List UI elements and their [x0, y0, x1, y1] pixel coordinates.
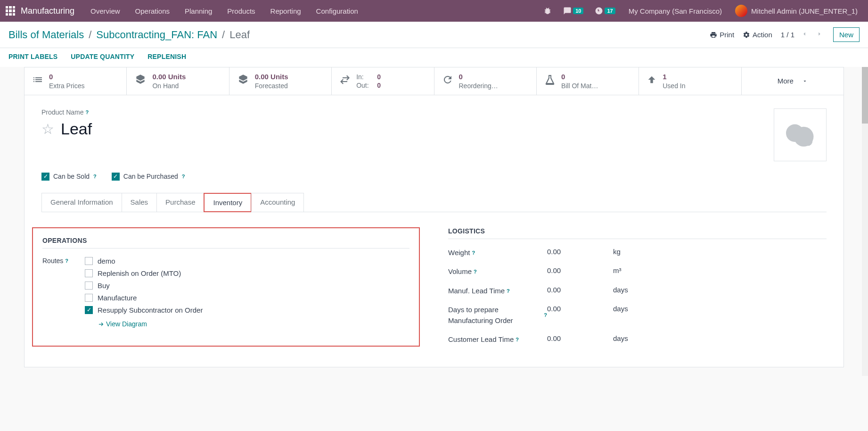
app-title[interactable]: Manufacturing: [21, 6, 74, 16]
logistics-row: Volume?0.00m³: [448, 266, 827, 277]
route-item[interactable]: ✓Resupply Subcontractor on Order: [85, 306, 203, 314]
arrow-up-icon: [647, 75, 657, 88]
pager: 1 / 1: [781, 29, 825, 41]
logistics-value[interactable]: 0.00: [547, 305, 613, 313]
view-diagram-link[interactable]: View Diagram: [98, 320, 203, 328]
company-selector[interactable]: My Company (San Francisco): [622, 7, 729, 15]
debug-icon[interactable]: [539, 0, 557, 22]
crumb-subcontracting[interactable]: Subcontracting_FAN: FAN: [96, 29, 217, 41]
logistics-unit: days: [613, 305, 628, 313]
route-item[interactable]: Manufacture: [85, 294, 203, 302]
product-image[interactable]: [774, 108, 827, 161]
stat-reordering[interactable]: 0Reordering…: [434, 67, 537, 95]
crumb-actions: Print Action 1 / 1 New: [710, 27, 860, 42]
can-be-sold-checkbox[interactable]: ✓ Can be Sold ?: [41, 173, 97, 181]
can-be-purchased-checkbox[interactable]: ✓ Can be Purchased ?: [112, 173, 185, 181]
logistics-value[interactable]: 0.00: [547, 248, 613, 256]
activities-badge: 17: [605, 8, 615, 14]
route-item[interactable]: demo: [85, 257, 203, 265]
nav-configuration[interactable]: Configuration: [310, 0, 365, 22]
favorite-star-icon[interactable]: ☆: [41, 121, 54, 137]
logistics-value[interactable]: 0.00: [547, 334, 613, 342]
breadcrumb: Bills of Materials / Subcontracting_FAN:…: [8, 29, 250, 41]
caret-down-icon: [802, 78, 808, 84]
help-icon[interactable]: ?: [474, 268, 477, 276]
help-icon[interactable]: ?: [472, 249, 475, 257]
nav-operations[interactable]: Operations: [129, 0, 176, 22]
checkbox-icon: ✓: [85, 306, 93, 314]
pager-next[interactable]: [814, 29, 825, 41]
help-icon[interactable]: ?: [507, 287, 510, 295]
scrollbar-thumb[interactable]: [862, 67, 868, 124]
logistics-unit: m³: [613, 266, 622, 274]
chevron-left-icon: [801, 31, 808, 37]
tab-general-info[interactable]: General Information: [41, 193, 122, 212]
help-icon[interactable]: ?: [93, 174, 97, 179]
messages-icon[interactable]: 10: [558, 0, 588, 22]
print-button[interactable]: Print: [710, 31, 734, 39]
breadcrumb-bar: Bills of Materials / Subcontracting_FAN:…: [0, 22, 868, 48]
tab-purchase[interactable]: Purchase: [156, 193, 204, 212]
tab-inventory[interactable]: Inventory: [204, 193, 252, 212]
checkbox-icon: [85, 294, 93, 302]
messages-badge: 10: [573, 8, 583, 14]
stat-used-in[interactable]: 1Used In: [639, 67, 741, 95]
product-name[interactable]: Leaf: [61, 120, 92, 138]
stat-extra-prices[interactable]: 0Extra Prices: [25, 67, 127, 95]
nav-planning[interactable]: Planning: [178, 0, 219, 22]
checkbox-icon: [85, 269, 93, 277]
help-icon[interactable]: ?: [65, 258, 68, 264]
arrow-right-icon: [98, 321, 104, 327]
stat-bom[interactable]: 0Bill Of Mat…: [537, 67, 639, 95]
logistics-value[interactable]: 0.00: [547, 266, 613, 274]
checkbox-checked-icon: ✓: [41, 173, 49, 181]
camera-placeholder-icon: [781, 121, 819, 149]
checkbox-icon: [85, 282, 93, 290]
nav-overview[interactable]: Overview: [84, 0, 127, 22]
pager-prev[interactable]: [799, 29, 810, 41]
tab-sales[interactable]: Sales: [122, 193, 157, 212]
help-icon[interactable]: ?: [182, 174, 185, 179]
stat-forecasted[interactable]: 0.00 UnitsForecasted: [229, 67, 332, 95]
stat-on-hand[interactable]: 0.00 UnitsOn Hand: [127, 67, 229, 95]
route-item[interactable]: Buy: [85, 282, 203, 290]
help-icon[interactable]: ?: [516, 336, 519, 344]
avatar: [735, 5, 747, 17]
action-button[interactable]: Action: [743, 31, 772, 39]
logistics-title: LOGISTICS: [448, 227, 827, 239]
tabs: General Information Sales Purchase Inven…: [41, 193, 827, 212]
pager-text[interactable]: 1 / 1: [781, 31, 794, 39]
logistics-label: Customer Lead Time?: [448, 334, 547, 345]
apps-icon[interactable]: [6, 6, 15, 16]
print-labels-button[interactable]: PRINT LABELS: [8, 53, 57, 60]
tab-accounting[interactable]: Accounting: [251, 193, 304, 212]
user-menu[interactable]: Mitchell Admin (JUNE_ENTER_1): [730, 5, 862, 17]
action-row: PRINT LABELS UPDATE QUANTITY REPLENISH: [0, 48, 868, 67]
help-icon[interactable]: ?: [85, 109, 89, 115]
top-nav: Manufacturing Overview Operations Planni…: [0, 0, 868, 22]
logistics-value[interactable]: 0.00: [547, 286, 613, 294]
flask-icon: [544, 74, 556, 88]
operations-section: OPERATIONS Routes ? demoReplenish on Ord…: [32, 227, 420, 347]
crumb-current: Leaf: [229, 29, 250, 41]
logistics-unit: kg: [613, 248, 621, 256]
product-name-label: Product Name ?: [41, 108, 774, 116]
update-quantity-button[interactable]: UPDATE QUANTITY: [71, 53, 134, 60]
replenish-button[interactable]: REPLENISH: [147, 53, 186, 60]
logistics-row: Days to prepare Manufacturing Order?0.00…: [448, 305, 827, 326]
activities-icon[interactable]: 17: [590, 0, 620, 22]
cubes-icon: [134, 74, 147, 89]
scrollbar[interactable]: [862, 67, 868, 376]
help-icon[interactable]: ?: [544, 311, 547, 319]
new-button[interactable]: New: [833, 27, 860, 42]
nav-products[interactable]: Products: [221, 0, 262, 22]
crumb-bom[interactable]: Bills of Materials: [8, 29, 84, 41]
routes-label: Routes ?: [42, 257, 85, 265]
stat-more[interactable]: More: [742, 67, 843, 95]
stat-in-out[interactable]: In:0 Out:0: [332, 67, 434, 95]
refresh-icon: [442, 74, 453, 88]
routes-list: demoReplenish on Order (MTO)BuyManufactu…: [85, 257, 203, 328]
nav-reporting[interactable]: Reporting: [264, 0, 308, 22]
logistics-unit: days: [613, 334, 628, 342]
route-item[interactable]: Replenish on Order (MTO): [85, 269, 203, 277]
